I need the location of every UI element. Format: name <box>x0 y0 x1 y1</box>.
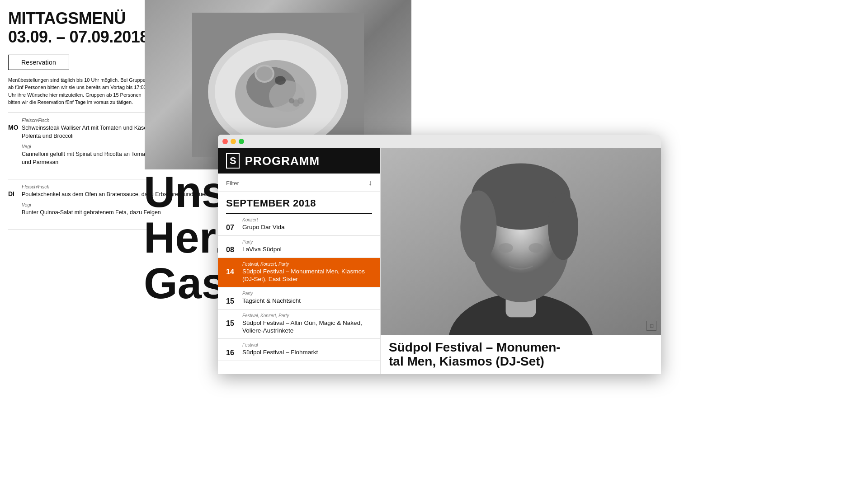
day-label-mo: MO <box>8 124 22 131</box>
item-details-16: Festival Südpol Festival – Flohmarkt <box>242 343 372 357</box>
item-details-07: Konzert Grupo Dar Vida <box>242 217 372 231</box>
filter-row[interactable]: Filter ↓ <box>218 174 380 192</box>
item-name-16: Südpol Festival – Flohmarkt <box>242 348 372 357</box>
browser-window: S PROGRAMM Filter ↓ SEPTEMBER 2018 07 Ko… <box>218 135 661 374</box>
divider-3 <box>8 230 148 230</box>
item-date-15a: 15 <box>226 297 236 305</box>
item-name-08: LaViva Südpol <box>242 245 372 253</box>
traffic-light-red[interactable] <box>222 139 228 144</box>
item-category-07: Konzert <box>242 217 372 222</box>
browser-content: S PROGRAMM Filter ↓ SEPTEMBER 2018 07 Ko… <box>218 148 661 374</box>
program-item-15b[interactable]: 15 Festival, Konzert, Party Südpol Festi… <box>218 310 380 339</box>
item-date-14: 14 <box>226 268 236 276</box>
program-header: S PROGRAMM <box>218 148 380 174</box>
program-item-08[interactable]: 08 Party LaViva Südpol <box>218 236 380 258</box>
item-category-15b: Festival, Konzert, Party <box>242 313 372 318</box>
traffic-light-yellow[interactable] <box>231 139 236 144</box>
item-details-15a: Party Tagsicht & Nachtsicht <box>242 291 372 305</box>
item-category-16: Festival <box>242 343 372 347</box>
svg-point-5 <box>269 80 305 112</box>
program-item-07[interactable]: 07 Konzert Grupo Dar Vida <box>218 214 380 236</box>
item-date-08: 08 <box>226 246 236 254</box>
svg-point-7 <box>256 66 273 81</box>
program-month: SEPTEMBER 2018 <box>218 192 380 213</box>
filter-arrow-icon: ↓ <box>368 179 372 187</box>
divider-2 <box>8 179 148 179</box>
traffic-light-green[interactable] <box>239 139 244 144</box>
item-details-14: Festival, Konzert, Party Südpol Festival… <box>242 262 372 283</box>
program-right-image: ⊡ <box>381 148 661 335</box>
program-right-panel: ⊡ Südpol Festival – Monumen-tal Men, Kia… <box>381 148 661 374</box>
svg-point-8 <box>275 76 286 85</box>
expand-icon[interactable]: ⊡ <box>646 321 656 331</box>
program-right-title: Südpol Festival – Monumen-tal Men, Kiasm… <box>381 335 661 374</box>
svg-point-20 <box>528 243 543 253</box>
menu-title-line2: 03.09. – 07.09.2018 <box>8 28 149 46</box>
program-item-16[interactable]: 16 Festival Südpol Festival – Flohmarkt <box>218 339 380 361</box>
svg-point-11 <box>297 98 304 104</box>
reservation-button[interactable]: Reservation <box>8 55 69 70</box>
day-label-di: DI <box>8 190 22 197</box>
program-logo: S <box>226 153 240 169</box>
item-date-07: 07 <box>226 224 236 232</box>
item-name-07: Grupo Dar Vida <box>242 223 372 231</box>
item-name-15a: Tagsicht & Nachtsicht <box>242 297 372 305</box>
program-panel: S PROGRAMM Filter ↓ SEPTEMBER 2018 07 Ko… <box>218 148 381 374</box>
item-name-14: Südpol Festival – Monumental Men, Kiasmo… <box>242 267 372 283</box>
portrait-svg <box>381 148 661 335</box>
divider-1 <box>8 113 148 113</box>
program-item-15a[interactable]: 15 Party Tagsicht & Nachtsicht <box>218 287 380 310</box>
svg-point-19 <box>499 243 513 253</box>
item-category-14: Festival, Konzert, Party <box>242 262 372 267</box>
menu-notice: Menübestellungen sind täglich bis 10 Uhr… <box>8 76 148 106</box>
browser-titlebar <box>218 135 661 148</box>
program-title-text: PROGRAMM <box>245 154 320 168</box>
item-details-15b: Festival, Konzert, Party Südpol Festival… <box>242 313 372 335</box>
menu-title-line1: MITTAGSMENÜ <box>8 9 126 28</box>
svg-point-10 <box>289 98 294 103</box>
svg-point-17 <box>460 191 496 263</box>
item-date-16: 16 <box>226 349 236 357</box>
item-details-08: Party LaViva Südpol <box>242 239 372 253</box>
svg-point-18 <box>548 193 578 260</box>
item-category-15a: Party <box>242 291 372 296</box>
program-list: 07 Konzert Grupo Dar Vida 08 Party LaViv… <box>218 214 380 375</box>
item-category-08: Party <box>242 239 372 244</box>
item-name-15b: Südpol Festival – Altin Gün, Magic & Nak… <box>242 319 372 335</box>
filter-label: Filter <box>226 180 239 187</box>
person-silhouette <box>381 148 661 335</box>
item-date-15b: 15 <box>226 319 236 328</box>
program-item-14[interactable]: 14 Festival, Konzert, Party Südpol Festi… <box>218 258 380 287</box>
